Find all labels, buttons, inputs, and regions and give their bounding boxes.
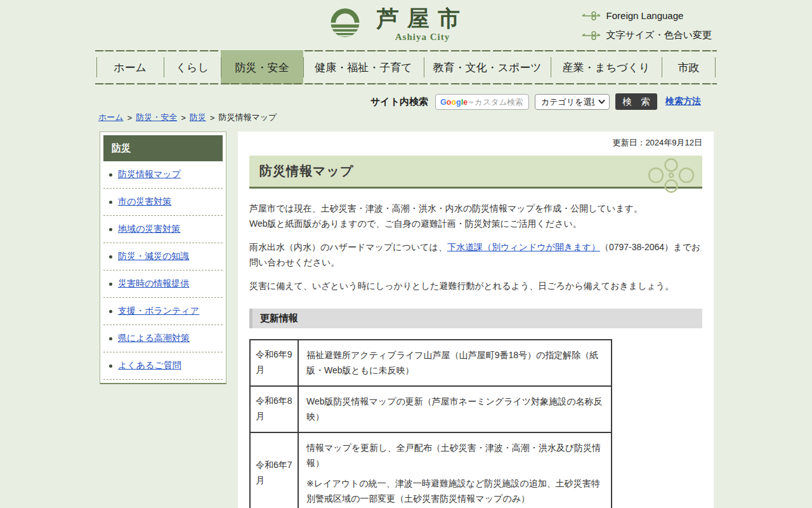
breadcrumb-item: ホーム > xyxy=(98,112,132,123)
breadcrumb-item: 防災 > xyxy=(190,112,215,123)
breadcrumb-link[interactable]: ホーム xyxy=(98,112,124,123)
breadcrumb-link[interactable]: 防災・安全 xyxy=(136,112,177,123)
breadcrumb-item: 防災・安全 > xyxy=(136,112,186,123)
category-select[interactable]: カテゴリを選択 xyxy=(535,94,610,110)
breadcrumb-separator: > xyxy=(210,113,215,123)
sidebar-item[interactable]: 地域の災害対策 xyxy=(103,216,223,243)
sidebar-item[interactable]: 災害時の情報提供 xyxy=(103,271,223,298)
site-logo[interactable]: 芦屋市 Ashiya City xyxy=(329,6,468,43)
breadcrumb-separator: > xyxy=(181,113,186,123)
contact-text-before: 雨水出水（内水）のハザードマップについては、 xyxy=(249,242,447,252)
sewer-dept-link[interactable]: 下水道課（別ウィンドウが開きます） xyxy=(447,242,600,252)
accessibility-link[interactable]: 文字サイズ・色合い変更 xyxy=(582,29,712,41)
nav-item[interactable]: 防災・安全 xyxy=(221,50,303,84)
nav-item[interactable]: 教育・文化・スポーツ xyxy=(424,50,551,84)
search-help-link[interactable]: 検索方法 xyxy=(665,96,701,107)
site-title: 芦屋市 xyxy=(377,6,468,31)
update-description: 福祉避難所アクティブライフ山芦屋（山芦屋町9番18号）の指定解除（紙版・Web版… xyxy=(298,340,612,386)
ashiya-city-page: 芦屋市 Ashiya City Foreign Language 文字サイズ・色… xyxy=(0,0,812,508)
header-utilities: Foreign Language 文字サイズ・色合い変更 xyxy=(582,10,712,41)
update-row: 令和6年7月 情報マップを更新し、全戸配布（土砂災害・津波・高潮・洪水及び防災情… xyxy=(250,432,612,508)
update-date: 令和6年7月 xyxy=(250,432,298,508)
page-title-banner: 防災情報マップ xyxy=(249,156,702,189)
nav-item[interactable]: 産業・まちづくり xyxy=(551,50,662,84)
sidebar-item-link[interactable]: 防災・減災の知識 xyxy=(118,251,189,262)
sidebar-title-link[interactable]: 防災 xyxy=(112,142,131,153)
breadcrumb-link[interactable]: 防災 xyxy=(190,112,206,123)
sprig-icon xyxy=(582,30,601,41)
sidebar-menu: 防災情報マップ 市の災害対策 地域の災害対策 防災・減災の知識 災害時の情報提供 xyxy=(103,161,223,380)
page-title: 防災情報マップ xyxy=(249,163,353,180)
sidebar-item[interactable]: 支援・ボランティア xyxy=(103,298,223,325)
sidebar-item-link[interactable]: 防災情報マップ xyxy=(118,169,181,180)
update-date: 令和6年8月 xyxy=(250,386,298,432)
sidebar: 防災 防災情報マップ 市の災害対策 地域の災害対策 防災・減災の知識 xyxy=(100,131,226,384)
nav-item-label: 教育・文化・スポーツ xyxy=(433,60,541,75)
breadcrumb-separator: > xyxy=(128,113,133,123)
intro-paragraph: 芦屋市では現在、土砂災害・津波・高潮・洪水・内水の防災情報マップを作成・公開して… xyxy=(249,201,702,231)
main-panel: 更新日：2024年9月12日 防災情報マップ 芦屋市では現在、土砂災害・津波・高… xyxy=(238,131,714,508)
updated-date: 更新日：2024年9月12日 xyxy=(249,137,702,149)
nav-item-label: ホーム xyxy=(114,60,147,75)
foreign-language-label: Foreign Language xyxy=(606,10,684,21)
sidebar-item-link[interactable]: 県による高潮対策 xyxy=(118,333,190,344)
preparedness-paragraph: 災害に備えて、いざという時にしっかりとした避難行動がとれるよう、日ごろから備えて… xyxy=(249,279,702,294)
search-button[interactable]: 検 索 xyxy=(615,93,657,110)
sidebar-item[interactable]: 市の災害対策 xyxy=(103,189,223,216)
sidebar-item[interactable]: 防災情報マップ xyxy=(103,161,223,189)
accessibility-label: 文字サイズ・色合い変更 xyxy=(606,29,712,41)
breadcrumb-link: 防災情報マップ xyxy=(218,112,277,123)
update-row: 令和6年9月 福祉避難所アクティブライフ山芦屋（山芦屋町9番18号）の指定解除（… xyxy=(250,340,612,386)
nav-item[interactable]: 市政 xyxy=(662,50,716,84)
intro-line-2: Web版と紙面版がありますので、ご自身の避難計画・防災対策にご活用ください。 xyxy=(249,217,702,232)
intro-line-1: 芦屋市では現在、土砂災害・津波・高潮・洪水・内水の防災情報マップを作成・公開して… xyxy=(249,201,702,217)
sidebar-item[interactable]: 防災・減災の知識 xyxy=(103,243,223,271)
sidebar-header: 防災 xyxy=(103,135,223,161)
flourish-icon xyxy=(645,157,697,196)
nav-item-label: 健康・福祉・子育て xyxy=(315,60,412,75)
nav-item[interactable]: くらし xyxy=(164,50,221,84)
site-search-label: サイト内検索 xyxy=(370,96,428,108)
breadcrumb-item: 防災情報マップ > xyxy=(218,112,277,123)
nav-item[interactable]: ホーム xyxy=(96,50,164,84)
updates-table: 令和6年9月 福祉避難所アクティブライフ山芦屋（山芦屋町9番18号）の指定解除（… xyxy=(249,339,612,508)
update-date: 令和6年9月 xyxy=(250,340,298,386)
search-input[interactable] xyxy=(435,94,529,110)
main-nav: ホーム くらし 防災・安全 健康・福祉・子育て 教育・文化・スポーツ 産業・まち… xyxy=(96,50,716,84)
breadcrumb: ホーム > 防災・安全 > 防災 > 防災情報マップ > xyxy=(98,112,277,123)
updates-section-title: 更新情報 xyxy=(249,309,702,328)
sidebar-item[interactable]: よくあるご質問 xyxy=(103,352,223,380)
foreign-language-link[interactable]: Foreign Language xyxy=(582,10,684,21)
update-description: Web版防災情報マップの更新（芦屋市ネーミングライツ対象施設の名称反映） xyxy=(298,386,612,432)
site-subtitle: Ashiya City xyxy=(395,32,450,43)
site-search: サイト内検索 Google™カスタム検索 カテゴリを選択 検 索 検索方法 xyxy=(96,93,701,110)
sidebar-item-link[interactable]: 地域の災害対策 xyxy=(118,224,180,235)
sidebar-item[interactable]: 県による高潮対策 xyxy=(103,325,223,352)
sidebar-item-link[interactable]: 市の災害対策 xyxy=(118,196,171,208)
update-description: 情報マップを更新し、全戸配布（土砂災害・津波・高潮・洪水及び防災情報）※レイアウ… xyxy=(298,432,612,508)
update-row: 令和6年8月 Web版防災情報マップの更新（芦屋市ネーミングライツ対象施設の名称… xyxy=(250,386,612,432)
sidebar-item-link[interactable]: よくあるご質問 xyxy=(118,360,181,371)
nav-item-label: 産業・まちづくり xyxy=(563,60,650,75)
ashiya-sun-water-logo-icon xyxy=(329,6,362,39)
sprig-icon xyxy=(582,11,601,21)
contact-paragraph: 雨水出水（内水）のハザードマップについては、下水道課（別ウィンドウが開きます）（… xyxy=(249,240,702,270)
nav-item-label: 市政 xyxy=(678,60,700,75)
nav-item-label: くらし xyxy=(176,60,209,75)
nav-item[interactable]: 健康・福祉・子育て xyxy=(303,50,424,84)
sidebar-item-link[interactable]: 災害時の情報提供 xyxy=(118,278,189,290)
sidebar-item-link[interactable]: 支援・ボランティア xyxy=(118,305,199,317)
nav-item-label: 防災・安全 xyxy=(235,60,289,75)
